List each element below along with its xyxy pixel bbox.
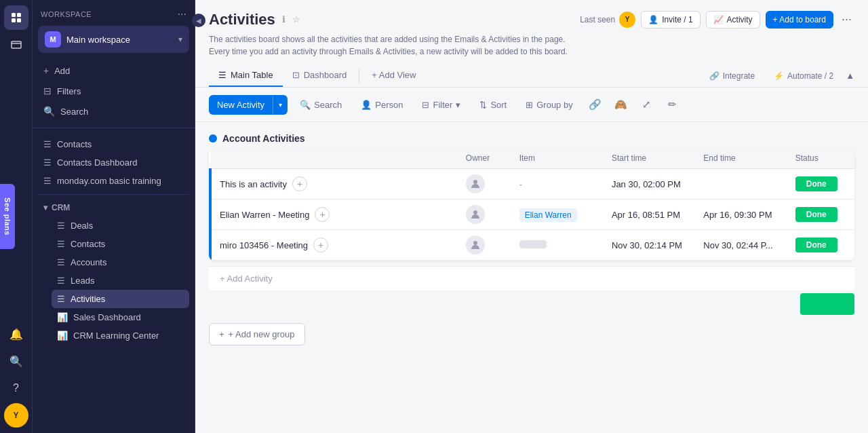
sidebar-item-leads[interactable]: ☰ Leads [52,271,189,290]
status-badge: Done [795,238,837,252]
sidebar-item-monday-training[interactable]: ☰ monday.com basic training [38,172,189,190]
integrate-label: Integrate [723,71,755,81]
page-title: Activities [209,11,275,29]
col-header-item[interactable]: Item [511,148,604,169]
add-activity-label: + Add Activity [220,274,273,284]
activity-name[interactable]: This is an activity [220,179,287,189]
workspace-label: Workspace [41,10,92,18]
col-header-end[interactable]: End time [695,148,787,169]
invite-label: Invite / 1 [662,15,692,24]
owner-avatar[interactable] [466,236,485,255]
item-cell: Elian Warren [511,200,604,230]
owner-avatar[interactable] [466,205,485,224]
col-header-owner[interactable]: Owner [458,148,511,169]
new-activity-dropdown-icon[interactable]: ▾ [273,96,288,113]
sidebar-item-accounts[interactable]: ☰ Accounts [52,253,189,271]
topbar-actions: Last seen Y 👤 Invite / 1 📈 Activity + Ad… [580,10,854,29]
search-icon: 🔍 [300,100,311,110]
add-sub-item-button[interactable]: + [315,207,330,222]
search-icon: 🔍 [43,106,55,117]
integrate-button[interactable]: 🔗 Integrate [703,68,762,84]
activity-name-cell: This is an activity + [210,169,458,200]
board-icon: ☰ [57,276,65,286]
sidebar-item-contacts[interactable]: ☰ Contacts [52,235,189,253]
sidebar-item-activities[interactable]: ☰ Activities [52,290,189,308]
topbar: Activities ℹ ☆ Last seen Y 👤 Invite / 1 … [195,0,868,88]
expand-icon-button[interactable]: ⤢ [637,94,657,115]
star-icon[interactable]: ☆ [292,14,300,24]
status-cell: Done [787,230,854,261]
add-new-group-button[interactable]: + + Add new group [209,323,305,345]
start-time-cell: Nov 30, 02:14 PM [604,230,695,261]
item-tag: Elian Warren [519,208,577,222]
sidebar: Workspace ··· M Main workspace ▾ + Add ⊟… [33,0,195,433]
owner-avatar[interactable] [466,174,485,193]
sort-button[interactable]: ⇅ Sort [473,96,513,114]
new-activity-button[interactable]: New Activity ▾ [209,95,288,115]
hide-icon-button[interactable]: 🙈 [611,94,631,115]
add-to-board-button[interactable]: + Add to board [766,11,833,29]
sidebar-item-label: Sales Dashboard [73,312,141,322]
activity-label: Activity [727,15,753,24]
workspace-selector[interactable]: M Main workspace ▾ [38,26,189,53]
edit-icon-button[interactable]: ✏ [663,94,683,115]
inbox-icon[interactable] [4,33,28,57]
add-sub-item-button[interactable]: + [313,238,328,252]
sidebar-item-deals[interactable]: ☰ Deals [52,216,189,235]
person-button[interactable]: 👤 Person [354,96,410,114]
person-icon: 👤 [361,100,372,110]
start-time-cell: Apr 16, 08:51 PM [604,200,695,230]
tab-main-table[interactable]: ☰ Main Table [209,64,283,87]
crm-section-label: CRM [52,203,70,212]
see-plans-tab[interactable]: See plans [0,184,15,249]
sidebar-item-crm-learning[interactable]: 📊 CRM Learning Center [52,326,189,345]
col-header-start[interactable]: Start time [604,148,695,169]
add-button[interactable]: + Add [38,61,189,80]
add-view-tab[interactable]: + Add View [362,64,425,87]
user-avatar-rail[interactable]: Y [4,403,28,428]
sidebar-divider [33,128,195,128]
svg-rect-2 [12,18,16,22]
col-header-status[interactable]: Status [787,148,854,169]
collapse-topbar-button[interactable]: ▲ [846,71,854,81]
sidebar-item-contacts-dashboard[interactable]: ☰ Contacts Dashboard [38,153,189,172]
search-rail-icon[interactable]: 🔍 [4,349,28,373]
table-header-row: Owner Item Start time End time Status [210,148,854,169]
crm-section-header[interactable]: ▾ CRM [38,199,189,216]
group-header: Account Activities [209,133,854,144]
search-button[interactable]: 🔍 Search [38,102,189,121]
filters-button[interactable]: ⊟ Filters [38,81,189,100]
search-toolbar-button[interactable]: 🔍 Search [293,96,349,114]
sidebar-item-label: CRM Learning Center [73,331,159,341]
add-sub-item-button[interactable]: + [292,176,307,191]
info-icon[interactable]: ℹ [282,14,285,24]
activity-name[interactable]: miro 103456 - Meeting [220,240,308,250]
group-by-button[interactable]: ⊞ Group by [519,96,579,114]
sidebar-dots-button[interactable]: ··· [178,8,186,20]
sidebar-item-contacts-top[interactable]: ☰ Contacts [38,135,189,153]
activity-name[interactable]: Elian Warren - Meeting [220,210,309,220]
workspace-name: Main workspace [66,35,173,45]
table-row: miro 103456 - Meeting + [210,230,854,261]
topbar-more-button[interactable]: ··· [839,10,854,29]
invite-button[interactable]: 👤 Invite / 1 [641,11,700,29]
apps-icon[interactable] [4,5,28,30]
activity-button[interactable]: 📈 Activity [706,11,760,29]
tab-dashboard[interactable]: ⊡ Dashboard [283,64,357,87]
board-icon: ☰ [57,239,65,249]
group-title: Account Activities [222,133,305,144]
owner-cell [458,200,511,230]
sidebar-collapse-button[interactable]: ◀ [192,14,205,27]
end-time-cell: Apr 16, 09:30 PM [695,200,787,230]
status-badge: Done [795,207,837,222]
filters-icon: ⊟ [43,86,52,96]
notifications-icon[interactable]: 🔔 [4,322,28,346]
automate-button[interactable]: ⚡ Automate / 2 [767,68,840,84]
plus-icon: + [43,65,49,76]
sidebar-item-sales-dashboard[interactable]: 📊 Sales Dashboard [52,308,189,326]
add-activity-row[interactable]: + Add Activity [209,266,854,290]
filter-button[interactable]: ⊟ Filter ▾ [415,96,467,114]
item-tag-gray [519,240,547,248]
help-icon[interactable]: ? [4,376,28,400]
link-icon-button[interactable]: 🔗 [585,94,606,115]
